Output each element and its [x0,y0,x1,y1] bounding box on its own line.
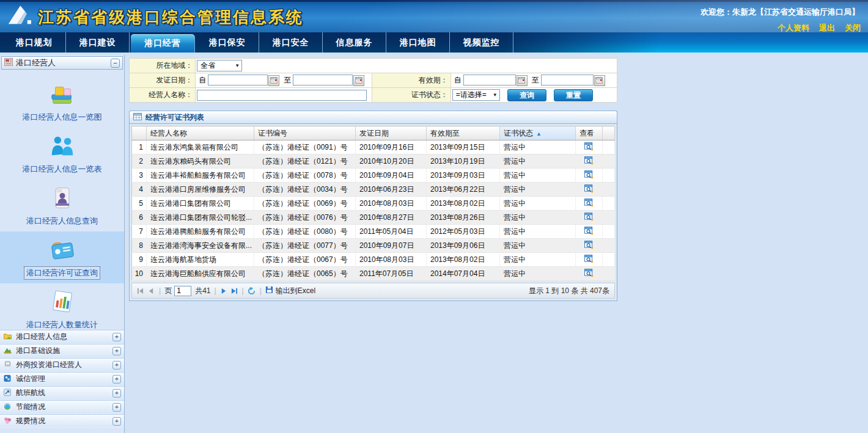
calendar-icon[interactable] [353,75,364,86]
nav-tab[interactable]: 视频监控 [450,32,513,53]
header-link[interactable]: 退出 [819,23,835,32]
row-number: 2 [132,155,147,169]
row-number: 6 [132,211,147,225]
export-excel-button[interactable]: 输出到Excel [265,286,315,296]
view-button[interactable] [576,183,603,197]
column-header[interactable]: 经营人名称 [147,126,254,140]
table-header-row: 经营人名称证书编号发证日期有效期至证书状态▲查看 [132,126,615,140]
view-button[interactable] [576,155,603,169]
nav-tab[interactable]: 港口经营 [131,34,194,53]
next-page-icon[interactable] [220,288,227,294]
row-number: 3 [132,169,147,183]
accordion-header[interactable]: 诚信管理+ [0,372,124,386]
nav-tab[interactable]: 港口建设 [66,32,130,53]
sidebar-item[interactable]: 港口经营许可证查询 [0,231,124,283]
sidebar-accordions: 港口经营人信息+港口基础设施+外商投资港口经营人+诚信管理+航班航线+节能情况+… [0,330,124,428]
column-header[interactable]: 有效期至 [427,126,500,140]
sidebar-item[interactable]: 港口经营人信息查询 [0,180,124,231]
table-row[interactable]: 9连云港海航基地货场（苏连）港经证（0067）号2010年08月03日2013年… [132,253,615,267]
query-button[interactable]: 查询 [507,89,546,101]
issue-date-from-input[interactable] [208,75,268,86]
accordion-header[interactable]: 港口经营人信息+ [0,330,124,344]
header-links: 个人资料退出关闭 [768,22,861,34]
table-row[interactable]: 7连云港港腾船舶服务有限公司（苏连）港经证（0080）号2011年05月04日2… [132,225,615,239]
refresh-icon[interactable] [248,287,256,295]
prev-page-icon[interactable] [148,288,155,294]
expand-button[interactable]: + [112,375,121,384]
view-button[interactable] [576,140,603,155]
collapse-button[interactable]: − [111,59,120,68]
column-header[interactable]: 证书编号 [254,126,356,140]
valid-until-cell: 2013年09月06日 [427,239,500,253]
table-row[interactable]: 5连云港港口集团有限公司（苏连）港经证（0069）号2010年08月03日201… [132,197,615,211]
validity-to-input[interactable] [541,75,594,86]
filler-cell [603,225,615,239]
issue-date-to-input[interactable] [293,75,353,86]
cert-no-cell: （苏连）港经证（0080）号 [254,225,356,239]
table-row[interactable]: 6连云港港口集团有限公司轮驳...（苏连）港经证（0076）号2010年08月2… [132,211,615,225]
view-button[interactable] [576,197,603,211]
route-icon [3,388,12,399]
accordion-header[interactable]: 港口基础设施+ [0,344,124,358]
operator-name-cell: 连云港港湾海事安全设备有限... [147,239,254,253]
table-row[interactable]: 10连云港海巨船舶供应有限公司（苏连）港经证（0065）号2011年07月05日… [132,267,615,281]
panel-header-icon [4,57,13,68]
nav-tab[interactable]: 港口地图 [386,32,450,53]
view-button[interactable] [576,169,603,183]
expand-button[interactable]: + [112,389,121,398]
first-page-icon[interactable] [137,288,144,294]
accordion-header[interactable]: 节能情况+ [0,400,124,414]
header-link[interactable]: 关闭 [845,23,861,32]
expand-button[interactable]: + [112,347,121,355]
boxes-icon [0,81,124,109]
table-row[interactable]: 4连云港港口房屋维修服务公司（苏连）港经证（0034）号2010年06月23日2… [132,183,615,197]
column-header[interactable]: 查看 [576,126,603,140]
accordion-header[interactable]: 外商投资港口经营人+ [0,358,124,372]
view-button[interactable] [576,239,603,253]
expand-button[interactable]: + [112,361,121,369]
issue-date-cell: 2010年10月20日 [356,155,427,169]
region-select[interactable]: 全省 ▼ [197,60,242,71]
table-row[interactable]: 3连云港丰裕船舶服务有限公司（苏连）港经证（0078）号2010年09月04日2… [132,169,615,183]
table-row[interactable]: 8连云港港湾海事安全设备有限...（苏连）港经证（0077）号2010年09月0… [132,239,615,253]
sidebar-item[interactable]: 港口经营人信息一览图 [0,76,124,128]
view-button[interactable] [576,211,603,225]
valid-until-cell: 2014年07月04日 [427,267,500,281]
reset-button[interactable]: 重置 [554,89,593,101]
nav-tab[interactable]: 港口保安 [196,32,259,53]
header-link[interactable]: 个人资料 [778,23,809,32]
table-row[interactable]: 1连云港东鸿集装箱有限公司（苏连）港经证（0091）号2010年09月16日20… [132,140,615,155]
calendar-icon[interactable] [594,75,605,86]
view-button[interactable] [576,253,603,267]
sidebar-item[interactable]: 港口经营人信息一览表 [0,128,124,180]
operator-name-input[interactable] [197,90,367,101]
sidebar-panel-header[interactable]: 港口经营人 − [1,56,123,70]
column-header[interactable]: 证书状态▲ [500,126,576,140]
issue-date-cell: 2010年09月16日 [356,140,427,155]
expand-button[interactable]: + [112,417,121,426]
nav-tab[interactable]: 港口规划 [2,32,66,53]
validity-label: 有效期： [372,73,451,88]
page-number-input[interactable] [174,286,191,296]
accordion-header[interactable]: 航班航线+ [0,386,124,400]
table-row[interactable]: 2连云港东粮码头有限公司（苏连）港经证（0121）号2010年10月20日201… [132,155,615,169]
row-number: 1 [132,140,147,155]
view-button[interactable] [576,225,603,239]
status-cell: 营运中 [500,169,576,183]
operator-name-cell: 连云港海航基地货场 [147,253,254,267]
column-header[interactable]: 发证日期 [356,126,427,140]
status-select[interactable]: =请选择= ▼ [452,89,500,101]
nav-tab[interactable]: 港口安全 [259,32,323,53]
validity-from-input[interactable] [463,75,516,86]
accordion-header[interactable]: 规费情况+ [0,414,124,428]
status-cell: 营运中 [500,253,576,267]
expand-button[interactable]: + [112,403,121,412]
sidebar-item[interactable]: 港口经营人数量统计 [0,283,124,335]
app-banner: 江苏省省级港口综合管理信息系统 欢迎您：朱新龙【江苏省交通运输厅港口局】 个人资… [0,0,868,32]
last-page-icon[interactable] [231,288,238,294]
view-button[interactable] [576,267,603,281]
calendar-icon[interactable] [268,75,279,86]
expand-button[interactable]: + [112,333,121,341]
nav-tab[interactable]: 信息服务 [323,32,386,53]
calendar-icon[interactable] [517,75,528,86]
